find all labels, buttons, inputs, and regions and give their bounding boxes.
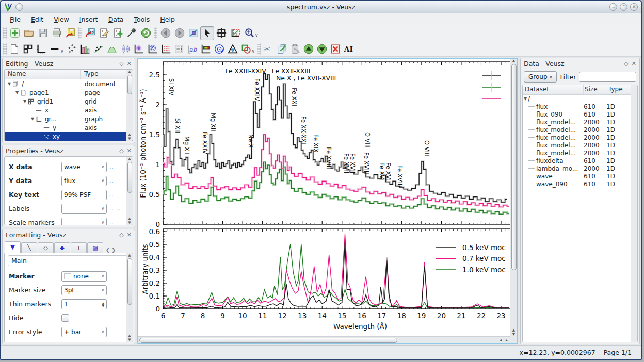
expand-chevron-icon[interactable]: ▼ (14, 90, 20, 95)
add-colorbar-button[interactable] (199, 42, 213, 56)
expand-chevron-icon[interactable]: ▼ (523, 96, 528, 101)
toolbar-handle[interactable] (3, 43, 7, 55)
add-grid-button[interactable] (21, 42, 35, 56)
formatting-tab-line[interactable]: ╲ (21, 242, 37, 253)
edit-data-button[interactable]: 12 (97, 26, 111, 40)
add-xy-button[interactable] (65, 42, 78, 56)
hide-checkbox[interactable] (61, 314, 69, 322)
new-document-button[interactable] (8, 26, 22, 40)
plot-vertical-scrollbar[interactable]: ▲▲▼ (510, 59, 517, 336)
chevron-down-icon[interactable]: ∨ (101, 274, 104, 278)
formatting-tab-marker[interactable]: ▼ (5, 241, 21, 253)
marker-size-dropdown[interactable]: 3pt∨ (61, 285, 107, 295)
zoom-axes-button[interactable] (228, 26, 242, 40)
thin-markers-dropdown[interactable]: 1▲▼ (61, 299, 107, 309)
full-view-button[interactable] (186, 26, 200, 40)
close-dock-icon[interactable]: ✕ (127, 147, 132, 154)
formatting-tab-fill-below[interactable]: ▨ (87, 242, 103, 253)
import-data-button[interactable]: 12 (83, 26, 97, 40)
tab-scroll-right-icon[interactable]: ❯ (112, 248, 116, 253)
add-polar-button[interactable] (213, 42, 226, 56)
menu-help[interactable]: Help (155, 14, 180, 24)
titlebar[interactable]: spectrum.vsz - Veusz ⌄ ⌃ ✕ (1, 1, 641, 13)
expand-chevron-icon[interactable]: ▼ (7, 81, 12, 86)
add-ternary-button[interactable] (226, 42, 239, 56)
save-document-button[interactable] (36, 26, 50, 40)
add-axis-button[interactable] (35, 42, 48, 56)
group-button[interactable]: Group∨ (524, 71, 557, 83)
menu-view[interactable]: View (49, 14, 74, 24)
menu-tools[interactable]: Tools (130, 14, 155, 24)
detail-button[interactable]: .. (109, 178, 114, 184)
paste-button[interactable] (288, 42, 302, 56)
float-dock-icon[interactable]: ◇ (119, 232, 123, 238)
dataset-row[interactable]: wave_0906101D (523, 180, 637, 188)
dataset-row[interactable]: flux_model...20001D (523, 126, 637, 134)
add-legend-list-button[interactable] (172, 42, 186, 56)
detail-button[interactable]: .. (109, 206, 114, 211)
add-shape-button[interactable] (239, 42, 253, 56)
menu-data[interactable]: Data (104, 14, 128, 24)
menu-file[interactable]: File (5, 14, 25, 24)
dataset-row[interactable]: wave6101D (523, 172, 637, 180)
tree-row-page1[interactable]: ▼page1page (5, 88, 133, 97)
export-page-button[interactable] (63, 26, 77, 40)
next-page-button[interactable] (172, 26, 186, 40)
chevron-down-icon[interactable]: ∨ (101, 164, 104, 169)
close-dock-icon[interactable]: ✕ (632, 60, 636, 67)
tree-row-gr[interactable]: ▼gr...graph (5, 114, 133, 123)
tree-row-[interactable]: ▼/document (5, 79, 133, 88)
formatting-tab-marker-fill[interactable]: ◆ (54, 242, 70, 253)
move-down-button[interactable] (315, 42, 329, 56)
add-function-button[interactable] (105, 42, 119, 56)
dataset-row[interactable]: flux6101D (523, 103, 637, 110)
formatting-scrollbar[interactable]: ▲▲▼ (126, 253, 133, 342)
spinner-arrows-icon[interactable]: ▲▼ (102, 302, 104, 307)
rename-button[interactable]: AI (342, 42, 356, 56)
tree-row-xy[interactable]: xy (5, 132, 133, 141)
cut-button[interactable]: ✂ (262, 42, 275, 56)
detail-button[interactable]: .. (109, 164, 114, 170)
toolbar-handle[interactable] (257, 43, 261, 55)
tree-row-y[interactable]: yaxis (5, 123, 133, 132)
add-contour-button[interactable] (146, 42, 159, 56)
move-nodes-button[interactable] (214, 26, 228, 40)
labels-dropdown[interactable]: ∨ (61, 204, 107, 214)
move-up-button[interactable] (302, 42, 315, 56)
menu-edit[interactable]: Edit (26, 14, 48, 24)
print-button[interactable] (50, 26, 63, 40)
toolbar-handle[interactable] (3, 27, 7, 39)
marker-dropdown[interactable]: none∨ (61, 271, 107, 282)
y-data-dropdown[interactable]: flux∨ (61, 176, 107, 186)
tab-scroll-left-icon[interactable]: ❮ (106, 248, 110, 253)
x-data-dropdown[interactable]: wave∨ (61, 162, 107, 172)
copy-button[interactable] (275, 42, 288, 56)
chevron-down-icon[interactable]: ∨ (101, 178, 104, 183)
add-page-button[interactable] (8, 42, 21, 56)
tree-row-x[interactable]: xaxis (5, 106, 133, 114)
dataset-row[interactable]: flux_0906101D (523, 110, 637, 118)
detail-button[interactable]: .. (109, 192, 114, 198)
type-column-header[interactable]: Type (81, 70, 133, 79)
filter-input[interactable] (579, 72, 636, 82)
formatting-tab-marker-border[interactable]: ◇ (38, 242, 54, 253)
float-dock-icon[interactable]: ◇ (119, 60, 123, 67)
float-dock-icon[interactable]: ◇ (624, 60, 628, 67)
select-arrow-button[interactable] (200, 26, 214, 40)
zoom-menu-button[interactable] (242, 26, 256, 40)
capture-data-button[interactable] (125, 26, 139, 40)
properties-scrollbar[interactable]: ▲▲▼ (126, 157, 133, 225)
minimize-button[interactable]: ⌄ (609, 3, 617, 11)
dataset-row[interactable]: lambda_mo...20001D (523, 164, 637, 172)
float-dock-icon[interactable]: ◇ (119, 147, 123, 154)
plot-horizontal-scrollbar[interactable]: ◂▸ (138, 336, 510, 343)
detail-button[interactable]: .. (116, 206, 120, 211)
dataset-row[interactable]: flux_model...20001D (523, 149, 637, 157)
chevron-down-icon[interactable]: ∨ (101, 220, 104, 225)
add-line-button[interactable] (48, 42, 61, 56)
dataset-column-header[interactable]: Dataset (523, 85, 584, 94)
scale-markers-dropdown[interactable]: ∨ (61, 218, 107, 225)
editing-tree-header[interactable]: Name Type (5, 70, 133, 79)
dataset-row[interactable]: flux_model...20001D (523, 141, 637, 149)
toolbar-handle[interactable] (154, 27, 157, 39)
